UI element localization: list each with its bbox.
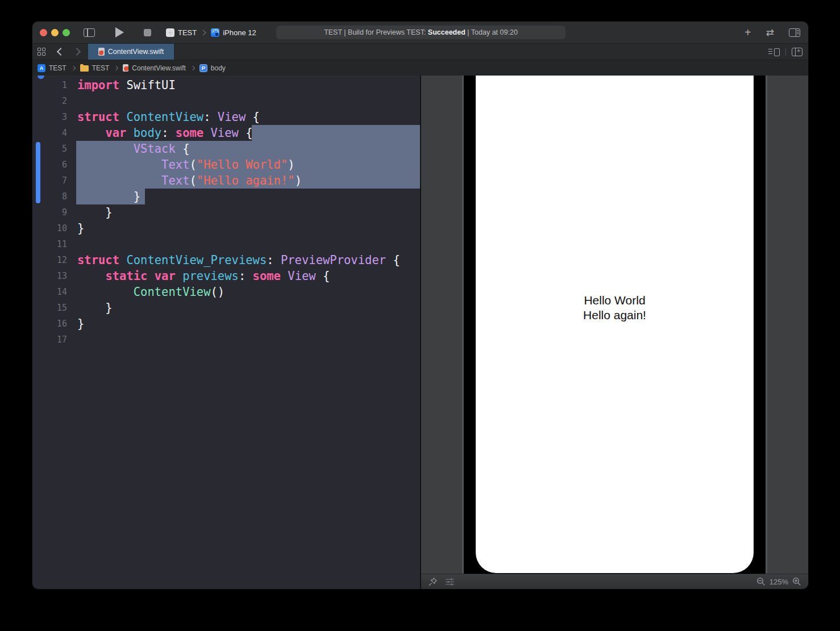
swift-file-icon bbox=[123, 64, 128, 72]
line-number[interactable]: 17 bbox=[32, 332, 77, 348]
go-forward-button[interactable] bbox=[73, 48, 81, 56]
code-line-content[interactable] bbox=[77, 93, 420, 109]
code-area[interactable]: 1import SwiftUI23struct ContentView: Vie… bbox=[32, 77, 420, 348]
code-tokens: Text("Hello World") bbox=[77, 158, 295, 172]
code-line-content[interactable]: } bbox=[77, 189, 420, 204]
plus-icon: + bbox=[745, 27, 751, 38]
code-line[interactable]: 17 bbox=[32, 332, 420, 348]
jumpbar-item-project[interactable]: TEST bbox=[49, 64, 66, 72]
jumpbar-item-file[interactable]: ContentView.swift bbox=[132, 64, 186, 72]
line-number[interactable]: 10 bbox=[32, 220, 77, 236]
code-line[interactable]: 2 bbox=[32, 93, 420, 109]
chevron-right-icon bbox=[201, 30, 206, 35]
run-destination-selector[interactable]: iPhone 12 bbox=[211, 28, 260, 37]
close-window-button[interactable] bbox=[40, 29, 47, 36]
code-line[interactable]: 1import SwiftUI bbox=[32, 77, 420, 93]
status-text-succeeded: Succeeded bbox=[428, 28, 465, 36]
code-line-content[interactable]: static var previews: some View { bbox=[77, 268, 420, 284]
jumpbar-item-symbol[interactable]: body bbox=[211, 64, 226, 72]
line-number[interactable]: 12 bbox=[32, 252, 77, 268]
line-number[interactable]: 16 bbox=[32, 316, 77, 332]
line-number[interactable]: 15 bbox=[32, 300, 77, 316]
property-icon: P bbox=[199, 64, 207, 72]
line-number[interactable]: 3 bbox=[32, 109, 77, 125]
code-line-content[interactable]: Text("Hello again!") bbox=[77, 173, 420, 189]
scheme-selector[interactable]: TEST bbox=[166, 28, 206, 37]
line-number[interactable]: 13 bbox=[32, 268, 77, 284]
code-tokens: static var previews: some View { bbox=[77, 269, 330, 283]
code-line-content[interactable]: } bbox=[77, 316, 420, 332]
code-line[interactable]: 15 } bbox=[32, 300, 420, 316]
code-tokens: struct ContentView_Previews: PreviewProv… bbox=[77, 253, 400, 267]
pin-preview-button[interactable] bbox=[428, 577, 438, 587]
zoom-in-button[interactable] bbox=[792, 577, 801, 586]
activity-status-bar[interactable]: TEST | Build for Previews TEST: Succeede… bbox=[276, 26, 565, 39]
line-number[interactable]: 9 bbox=[32, 204, 77, 220]
line-number[interactable]: 14 bbox=[32, 284, 77, 300]
code-line-content[interactable]: } bbox=[77, 300, 420, 316]
line-number[interactable]: 1 bbox=[32, 77, 77, 93]
jumpbar-item-group[interactable]: TEST bbox=[92, 64, 110, 72]
code-line[interactable]: 13 static var previews: some View { bbox=[32, 268, 420, 284]
go-back-button[interactable] bbox=[57, 48, 65, 56]
code-line-content[interactable] bbox=[77, 332, 420, 348]
add-editor-button[interactable] bbox=[792, 48, 802, 56]
code-line[interactable]: 9 } bbox=[32, 204, 420, 220]
source-editor[interactable]: 1import SwiftUI23struct ContentView: Vie… bbox=[32, 76, 420, 589]
code-line-content[interactable]: struct ContentView_Previews: PreviewProv… bbox=[77, 252, 420, 268]
toggle-inspector-button[interactable] bbox=[789, 28, 800, 37]
code-line-content[interactable]: } bbox=[77, 204, 420, 220]
library-button[interactable]: + bbox=[745, 27, 751, 38]
code-line[interactable]: 14 ContentView() bbox=[32, 284, 420, 300]
run-button[interactable] bbox=[115, 27, 124, 37]
minimize-window-button[interactable] bbox=[51, 29, 59, 36]
tab-bar: ContentView.swift bbox=[32, 44, 808, 60]
toggle-navigator-button[interactable] bbox=[84, 28, 95, 37]
chevron-right-icon bbox=[70, 65, 75, 70]
code-line-content[interactable]: Text("Hello World") bbox=[77, 157, 420, 173]
tab-contentview-swift[interactable]: ContentView.swift bbox=[88, 44, 174, 60]
code-line-content[interactable]: import SwiftUI bbox=[77, 77, 420, 93]
code-line[interactable]: 7 Text("Hello again!") bbox=[32, 173, 420, 189]
code-tokens: ContentView() bbox=[77, 285, 224, 299]
iphone-screen[interactable]: Hello World Hello again! bbox=[476, 76, 754, 573]
code-line[interactable]: 5 VStack { bbox=[32, 141, 420, 157]
preview-settings-button[interactable] bbox=[445, 578, 455, 586]
code-tokens: var body: some View { bbox=[77, 126, 253, 140]
editor-options-button[interactable] bbox=[768, 48, 780, 56]
line-number[interactable]: 2 bbox=[32, 93, 77, 109]
chevron-right-icon bbox=[190, 65, 195, 70]
line-number[interactable]: 4 bbox=[32, 125, 77, 141]
canvas-bottom-bar: 125% bbox=[421, 574, 808, 589]
code-line-content[interactable]: struct ContentView: View { bbox=[77, 109, 420, 125]
code-line[interactable]: 12struct ContentView_Previews: PreviewPr… bbox=[32, 252, 420, 268]
code-line-content[interactable]: ContentView() bbox=[77, 284, 420, 300]
zoom-level-label[interactable]: 125% bbox=[770, 578, 788, 586]
zoom-out-button[interactable] bbox=[756, 577, 766, 586]
code-line[interactable]: 4 var body: some View { bbox=[32, 125, 420, 141]
code-line-content[interactable]: var body: some View { bbox=[77, 125, 420, 141]
play-icon bbox=[115, 27, 124, 37]
line-number[interactable]: 11 bbox=[32, 236, 77, 252]
code-line[interactable]: 16} bbox=[32, 316, 420, 332]
code-line[interactable]: 11 bbox=[32, 236, 420, 252]
code-line-content[interactable] bbox=[77, 236, 420, 252]
inspector-toggle-icon bbox=[789, 28, 800, 37]
related-items-button[interactable] bbox=[38, 48, 45, 56]
zoom-window-button[interactable] bbox=[63, 29, 70, 36]
code-review-button[interactable]: ⇄ bbox=[766, 28, 774, 37]
swap-arrows-icon: ⇄ bbox=[766, 28, 774, 37]
code-tokens: } bbox=[77, 222, 84, 235]
code-line[interactable]: 8 } bbox=[32, 189, 420, 204]
code-line[interactable]: 10} bbox=[32, 220, 420, 236]
chevron-right-icon bbox=[114, 65, 118, 70]
code-line-content[interactable]: VStack { bbox=[77, 141, 420, 157]
code-line-content[interactable]: } bbox=[77, 220, 420, 236]
xcode-window: TEST iPhone 12 TEST | Build for Previews… bbox=[32, 22, 808, 589]
stop-button[interactable] bbox=[144, 29, 151, 36]
code-line[interactable]: 6 Text("Hello World") bbox=[32, 157, 420, 173]
simulator-icon bbox=[211, 28, 219, 37]
code-line[interactable]: 3struct ContentView: View { bbox=[32, 109, 420, 125]
app-scheme-icon bbox=[166, 28, 174, 37]
add-editor-icon bbox=[792, 48, 802, 56]
